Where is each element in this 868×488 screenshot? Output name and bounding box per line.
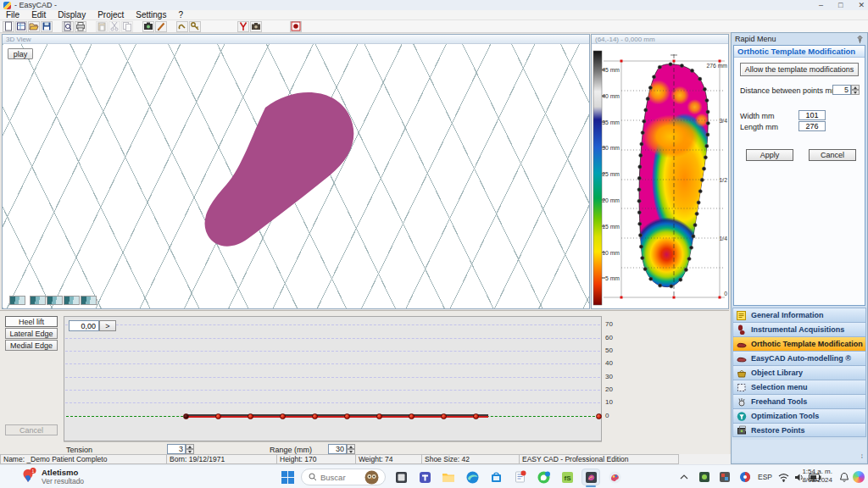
distance-value[interactable]: 5 [832, 85, 851, 95]
grip-icon[interactable]: ⁞ [861, 452, 864, 460]
tray-app2-icon[interactable] [719, 471, 731, 483]
curve-point[interactable] [280, 413, 286, 419]
pin-icon[interactable] [856, 35, 864, 43]
teams-icon[interactable] [415, 469, 434, 485]
notification-bell-icon[interactable] [839, 472, 849, 483]
apply-value-button[interactable]: > [99, 320, 116, 331]
table-icon[interactable] [15, 21, 27, 32]
accordion-object-library[interactable]: Object Library [732, 365, 866, 380]
curve-point[interactable] [183, 413, 189, 419]
task-view-icon[interactable] [392, 469, 410, 485]
editor-cancel-button[interactable]: Cancel [5, 424, 58, 435]
calipers-icon[interactable] [237, 21, 249, 32]
view-thumbnail[interactable] [47, 296, 63, 305]
snapshot-icon[interactable] [142, 21, 154, 32]
view-thumbnail[interactable] [64, 296, 80, 305]
new-icon[interactable] [3, 21, 14, 32]
probe-icon[interactable] [176, 21, 188, 32]
tension-stepper[interactable]: 3 [167, 444, 194, 454]
search-input[interactable] [320, 473, 364, 482]
menu-help[interactable]: ? [172, 10, 189, 20]
maximize-button[interactable]: □ [838, 2, 843, 9]
preview-icon[interactable] [62, 21, 74, 32]
store-icon[interactable] [487, 469, 505, 485]
weather-widget[interactable]: 1 Atletismo Ver resultado [22, 467, 84, 485]
play-button[interactable]: play [8, 48, 33, 59]
allow-template-button[interactable]: Allow the template modifications [740, 63, 859, 76]
curve-point[interactable] [344, 413, 350, 419]
cancel-button[interactable]: Cancel [809, 149, 856, 161]
whatsapp-icon[interactable] [534, 469, 553, 485]
paint-app-icon[interactable] [605, 469, 624, 485]
pressure-map[interactable]: 45 mm 40 mm 35 mm 30 mm 25 mm 20 mm 15 m… [592, 44, 728, 308]
length-field[interactable] [798, 121, 826, 131]
accordion-optimization-tools[interactable]: Optimization Tools [732, 408, 866, 423]
curve-point[interactable] [473, 413, 479, 419]
copy-icon[interactable] [121, 21, 133, 32]
fs-app-icon[interactable]: fS [558, 469, 576, 485]
view-thumbnail[interactable] [9, 296, 25, 305]
accordion-orthotic-template-modification[interactable]: Orthotic Template Modification [732, 336, 866, 351]
width-field[interactable] [798, 110, 826, 120]
curve-point[interactable] [441, 413, 447, 419]
curve-point[interactable] [596, 413, 602, 419]
pen-icon[interactable] [155, 21, 167, 32]
tray-sphere-icon[interactable] [739, 471, 751, 483]
3d-view-canvas[interactable]: play [3, 44, 589, 308]
lift-value-field[interactable] [69, 320, 99, 331]
open-icon[interactable] [28, 21, 40, 32]
search-box[interactable] [301, 469, 386, 485]
menu-project[interactable]: Project [92, 10, 130, 20]
menu-display[interactable]: Display [52, 10, 92, 20]
tray-app1-icon[interactable] [698, 471, 710, 483]
curve-point[interactable] [215, 413, 221, 419]
heel-lift-button[interactable]: Heel lift [5, 316, 58, 327]
minimize-button[interactable]: – [819, 2, 823, 9]
medial-edge-button[interactable]: Medial Edge [5, 340, 58, 351]
accordion-instrumental-acquisitions[interactable]: Instrumental Acquisitions [732, 322, 866, 336]
distance-down[interactable] [851, 90, 860, 95]
language-indicator[interactable]: ESP [758, 473, 772, 481]
accordion-freehand-tools[interactable]: Freehand Tools [732, 394, 866, 408]
wifi-icon[interactable] [778, 473, 789, 482]
camera-icon[interactable] [250, 21, 262, 32]
view-thumbnail[interactable] [81, 296, 97, 305]
curve-point[interactable] [312, 413, 318, 419]
menu-file[interactable]: File [0, 10, 25, 20]
cut-icon[interactable] [108, 21, 120, 32]
accordion-selection-menu[interactable]: Selection menu [732, 380, 866, 394]
start-button[interactable] [278, 469, 297, 485]
insole-3d-shape[interactable] [3, 44, 589, 308]
print-icon[interactable] [75, 21, 86, 32]
accordion-restore-points[interactable]: Restore Points [732, 423, 866, 437]
document-app-icon[interactable] [510, 469, 529, 485]
curve-point[interactable] [409, 413, 415, 419]
easycad-app-icon[interactable] [581, 469, 600, 485]
curve-point[interactable] [376, 413, 382, 419]
distance-stepper[interactable]: 5 [832, 85, 860, 95]
curve-point[interactable] [248, 413, 253, 419]
edge-icon[interactable] [463, 469, 481, 485]
key-icon[interactable] [189, 21, 201, 32]
menu-settings[interactable]: Settings [130, 10, 172, 20]
copilot-icon[interactable] [853, 471, 865, 483]
file-explorer-icon[interactable] [439, 469, 458, 485]
tension-value[interactable]: 3 [167, 444, 186, 454]
clock[interactable]: 1:54 a. m. 8/08/2024 [802, 468, 832, 485]
profile-graph[interactable]: > [64, 316, 602, 441]
save-icon[interactable] [41, 21, 53, 32]
status-weight: Weight: 74 [356, 454, 422, 464]
foot-heatmap[interactable] [632, 63, 717, 292]
menu-edit[interactable]: Edit [25, 10, 52, 20]
apply-button[interactable]: Apply [746, 149, 793, 161]
accordion-easycad-auto-modelling[interactable]: EasyCAD Auto-modelling ® [732, 351, 866, 365]
record-icon[interactable] [290, 21, 302, 32]
close-button[interactable]: ✕ [858, 2, 865, 9]
lateral-edge-button[interactable]: Lateral Edge [5, 328, 58, 339]
view-thumbnail[interactable] [30, 296, 46, 305]
paste-icon[interactable] [96, 21, 108, 32]
accordion-general-information[interactable]: General Information [732, 308, 866, 322]
range-value[interactable]: 30 [328, 444, 347, 454]
tray-chevron-icon[interactable] [680, 474, 688, 480]
range-stepper[interactable]: 30 [328, 444, 355, 454]
